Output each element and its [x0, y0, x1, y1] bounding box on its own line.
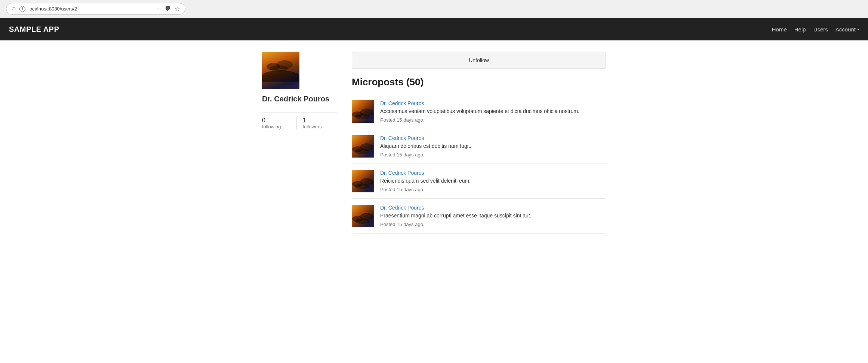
unfollow-section: Unfollow [352, 52, 606, 69]
post-content: Dr. Cedrick Pouros Aliquam doloribus est… [380, 135, 606, 158]
post-text: Aliquam doloribus est debitis nam fugit. [380, 143, 606, 150]
browser-actions: ··· ⛊ ☆ [156, 5, 180, 12]
svg-point-10 [355, 149, 370, 154]
sidebar: Dr. Cedrick Pouros 0 following 1 followe… [262, 52, 337, 234]
sidebar-user-name: Dr. Cedrick Pouros [262, 95, 337, 103]
post-timestamp: Posted 15 days ago. [380, 152, 425, 158]
bookmark-icon[interactable]: ☆ [175, 5, 180, 12]
micropost-item: Dr. Cedrick Pouros Aliquam doloribus est… [352, 129, 606, 164]
svg-point-2 [270, 65, 288, 71]
micropost-list: Dr. Cedrick Pouros Accusamus veniam volu… [352, 94, 606, 234]
post-avatar [352, 170, 374, 192]
stats-row: 0 following 1 followers [262, 112, 337, 134]
post-text: Reiciendis quam sed velit deleniti eum. [380, 177, 606, 185]
url-text: localhost:8080/users/2 [28, 6, 150, 12]
following-label: following [262, 124, 296, 129]
post-avatar [352, 135, 374, 158]
nav-link-users[interactable]: Users [813, 26, 828, 33]
post-author-link[interactable]: Dr. Cedrick Pouros [380, 205, 606, 211]
info-icon: i [19, 6, 25, 12]
nav-item-help[interactable]: Help [794, 26, 806, 33]
post-author-link[interactable]: Dr. Cedrick Pouros [380, 135, 606, 141]
account-label: Account [835, 26, 856, 33]
main-container: Dr. Cedrick Pouros 0 following 1 followe… [255, 40, 613, 245]
post-author-link[interactable]: Dr. Cedrick Pouros [380, 170, 606, 176]
app-brand[interactable]: SAMPLE APP [9, 25, 772, 34]
svg-point-14 [355, 184, 370, 189]
following-count: 0 [262, 117, 296, 124]
address-bar[interactable]: 🛡 i localhost:8080/users/2 ··· ⛊ ☆ [6, 3, 185, 15]
post-avatar [352, 205, 374, 227]
nav-item-home[interactable]: Home [772, 26, 787, 33]
post-avatar [352, 100, 374, 123]
post-text: Praesentium magni ab corrupti amet esse … [380, 212, 606, 220]
svg-point-6 [355, 114, 370, 119]
nav-item-account[interactable]: Account ▾ [835, 26, 859, 33]
caret-down-icon: ▾ [857, 27, 859, 31]
post-text: Accusamus veniam voluptatibus voluptatum… [380, 108, 606, 115]
post-content: Dr. Cedrick Pouros Reiciendis quam sed v… [380, 170, 606, 192]
post-timestamp: Posted 15 days ago. [380, 222, 425, 227]
micropost-item: Dr. Cedrick Pouros Reiciendis quam sed v… [352, 164, 606, 199]
post-timestamp: Posted 15 days ago. [380, 117, 425, 123]
nav-link-help[interactable]: Help [794, 26, 806, 33]
post-content: Dr. Cedrick Pouros Praesentium magni ab … [380, 205, 606, 227]
navbar: SAMPLE APP Home Help Users Account ▾ [0, 18, 868, 40]
pocket-icon[interactable]: ⛊ [165, 6, 171, 12]
account-dropdown-trigger[interactable]: Account ▾ [835, 26, 859, 33]
micropost-item: Dr. Cedrick Pouros Accusamus veniam volu… [352, 94, 606, 129]
post-content: Dr. Cedrick Pouros Accusamus veniam volu… [380, 100, 606, 123]
browser-bar: 🛡 i localhost:8080/users/2 ··· ⛊ ☆ [0, 0, 868, 18]
nav-link-home[interactable]: Home [772, 26, 787, 33]
micropost-item: Dr. Cedrick Pouros Praesentium magni ab … [352, 199, 606, 234]
nav-menu: Home Help Users Account ▾ [772, 26, 859, 33]
following-stat[interactable]: 0 following [262, 117, 296, 129]
followers-stat[interactable]: 1 followers [296, 117, 337, 129]
post-author-link[interactable]: Dr. Cedrick Pouros [380, 100, 606, 106]
followers-count: 1 [303, 117, 337, 124]
svg-point-18 [355, 219, 370, 224]
main-content: Unfollow Microposts (50) [352, 52, 606, 234]
shield-icon: 🛡 [12, 6, 16, 12]
microposts-title: Microposts (50) [352, 76, 606, 88]
nav-item-users[interactable]: Users [813, 26, 828, 33]
followers-label: followers [303, 124, 337, 129]
post-timestamp: Posted 15 days ago. [380, 187, 425, 192]
ellipsis-icon[interactable]: ··· [156, 6, 161, 12]
unfollow-button[interactable]: Unfollow [466, 56, 492, 65]
user-avatar-large [262, 52, 337, 90]
